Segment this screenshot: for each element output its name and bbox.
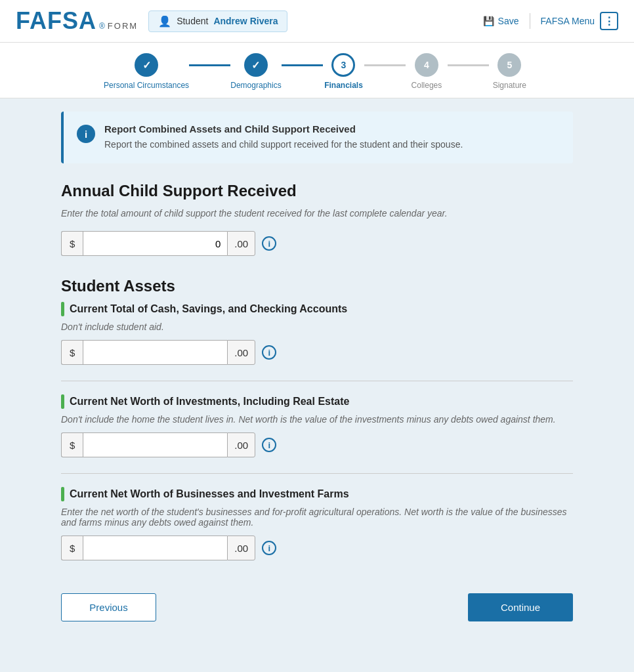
step-colleges[interactable]: 4 Colleges xyxy=(406,53,447,90)
previous-button[interactable]: Previous xyxy=(61,593,156,621)
investments-subsection: Current Net Worth of Investments, Includ… xyxy=(61,394,573,457)
investments-input[interactable] xyxy=(83,432,227,457)
save-button[interactable]: 💾 Save xyxy=(483,16,519,26)
step-personal-circumstances[interactable]: Personal Circumstances xyxy=(104,53,189,90)
cash-hint: Don't include student aid. xyxy=(61,322,573,332)
info-box-body: Report Combined Assets and Child Support… xyxy=(104,123,463,152)
step-circle-5: 5 xyxy=(497,53,521,77)
investments-info-icon[interactable]: i xyxy=(262,438,276,452)
logo-form: FORM xyxy=(108,21,138,31)
investments-heading: Current Net Worth of Investments, Includ… xyxy=(70,396,349,408)
steps-container: Personal Circumstances Demographics 3 Fi… xyxy=(104,53,530,90)
header-right: 💾 Save FAFSA Menu ⋮ xyxy=(483,12,618,30)
child-support-subtext: Enter the total amount of child support … xyxy=(61,207,573,220)
businesses-heading-bar: Current Net Worth of Businesses and Inve… xyxy=(61,487,573,501)
step-financials[interactable]: 3 Financials xyxy=(323,53,364,90)
info-icon: i xyxy=(77,125,95,143)
info-box-text: Report the combined assets and child sup… xyxy=(104,138,463,152)
logo-text: FAFSA xyxy=(16,7,96,35)
businesses-heading: Current Net Worth of Businesses and Inve… xyxy=(70,488,349,500)
investments-cents: .00 xyxy=(227,432,255,457)
investments-heading-bar: Current Net Worth of Investments, Includ… xyxy=(61,394,573,409)
logo-area: FAFSA ® FORM xyxy=(16,7,138,35)
cash-heading: Current Total of Cash, Savings, and Chec… xyxy=(70,303,347,315)
step-circle-4: 4 xyxy=(415,53,438,77)
child-support-cents: .00 xyxy=(227,231,255,256)
info-box-title: Report Combined Assets and Child Support… xyxy=(104,123,463,135)
student-assets-heading: Student Assets xyxy=(61,277,573,295)
child-support-section: Annual Child Support Received Enter the … xyxy=(61,182,573,256)
step-demographics[interactable]: Demographics xyxy=(230,53,281,90)
child-support-input[interactable] xyxy=(83,231,227,256)
investments-dollar-sign: $ xyxy=(61,432,83,457)
child-support-heading: Annual Child Support Received xyxy=(61,182,573,200)
step-signature[interactable]: 5 Signature xyxy=(489,53,530,90)
cash-input[interactable] xyxy=(83,340,227,365)
student-badge: 👤 Student Andrew Rivera xyxy=(148,10,287,32)
student-name: Andrew Rivera xyxy=(213,16,278,26)
businesses-dollar-sign: $ xyxy=(61,536,83,560)
divider-1 xyxy=(61,381,573,381)
main-content: i Report Combined Assets and Child Suppo… xyxy=(48,98,586,648)
step-label-5: Signature xyxy=(493,81,526,90)
investments-hint: Don't include the home the student lives… xyxy=(61,414,573,425)
businesses-subsection: Current Net Worth of Businesses and Inve… xyxy=(61,487,573,560)
checkmark-icon-2 xyxy=(251,59,260,72)
continue-button[interactable]: Continue xyxy=(468,593,573,621)
cash-cents: .00 xyxy=(227,340,255,365)
green-bar-1 xyxy=(61,302,64,316)
cash-subsection: Current Total of Cash, Savings, and Chec… xyxy=(61,302,573,365)
investments-input-row: $ .00 i xyxy=(61,432,573,457)
student-assets-section: Student Assets Current Total of Cash, Sa… xyxy=(61,277,573,560)
child-support-info-icon[interactable]: i xyxy=(262,236,276,251)
cash-dollar-sign: $ xyxy=(61,340,83,365)
businesses-info-icon[interactable]: i xyxy=(262,541,276,555)
divider-2 xyxy=(61,473,573,474)
progress-bar: Personal Circumstances Demographics 3 Fi… xyxy=(0,43,634,98)
cash-info-icon[interactable]: i xyxy=(262,345,276,360)
menu-label: FAFSA Menu xyxy=(541,16,595,26)
header-divider xyxy=(530,13,530,29)
save-label: Save xyxy=(498,16,519,26)
student-icon: 👤 xyxy=(158,15,171,28)
step-line-1-2 xyxy=(189,64,230,66)
step-circle-1 xyxy=(135,53,158,77)
businesses-input[interactable] xyxy=(83,536,227,560)
child-support-input-row: $ .00 i xyxy=(61,231,573,256)
step-line-4-5 xyxy=(448,64,489,66)
cash-input-row: $ .00 i xyxy=(61,340,573,365)
step-circle-2 xyxy=(244,53,268,77)
logo-reg: ® xyxy=(99,22,105,31)
footer-buttons: Previous Continue xyxy=(61,587,573,621)
header-left: FAFSA ® FORM 👤 Student Andrew Rivera xyxy=(16,7,287,35)
header: FAFSA ® FORM 👤 Student Andrew Rivera 💾 S… xyxy=(0,0,634,43)
info-box: i Report Combined Assets and Child Suppo… xyxy=(61,112,573,163)
child-support-dollar-sign: $ xyxy=(61,231,83,256)
step-label-3: Financials xyxy=(324,81,363,90)
student-label: Student xyxy=(177,16,208,26)
save-icon: 💾 xyxy=(483,16,494,26)
businesses-input-row: $ .00 i xyxy=(61,536,573,560)
checkmark-icon-1 xyxy=(142,59,151,72)
step-circle-3: 3 xyxy=(331,53,355,77)
businesses-cents: .00 xyxy=(227,536,255,560)
menu-dots-icon: ⋮ xyxy=(600,12,618,30)
step-label-2: Demographics xyxy=(230,81,281,90)
step-line-2-3 xyxy=(282,64,323,66)
step-line-3-4 xyxy=(364,64,406,66)
fafsa-menu-button[interactable]: FAFSA Menu ⋮ xyxy=(541,12,618,30)
green-bar-2 xyxy=(61,394,64,409)
green-bar-3 xyxy=(61,487,64,501)
cash-heading-bar: Current Total of Cash, Savings, and Chec… xyxy=(61,302,573,316)
step-label-4: Colleges xyxy=(412,81,442,90)
step-label-1: Personal Circumstances xyxy=(104,81,189,90)
businesses-hint: Enter the net worth of the student's bus… xyxy=(61,507,573,528)
